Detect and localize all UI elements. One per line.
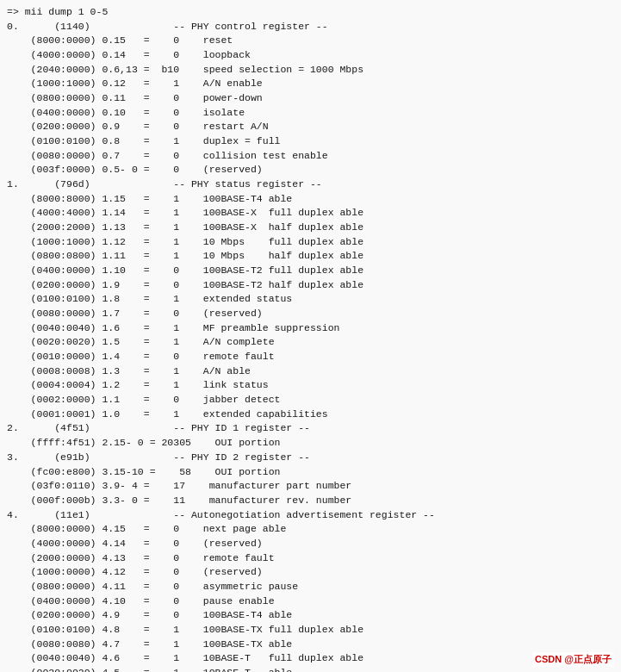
terminal-line: (0008:0008) 1.3 = 1 A/N able [7,364,614,379]
terminal-line: (0100:0100) 0.8 = 1 duplex = full [7,134,614,149]
terminal-line: (0800:0800) 1.11 = 1 10 Mbps half duplex… [7,249,614,264]
terminal-line: 1. (796d) -- PHY status register -- [7,177,614,192]
terminal-line: (0200:0000) 4.9 = 0 100BASE-T4 able [7,608,614,623]
terminal-line: (4000:0000) 0.14 = 0 loopback [7,48,614,63]
terminal-line: (2040:0000) 0.6,13 = b10 speed selection… [7,63,614,78]
terminal-line: (2000:0000) 4.13 = 0 remote fault [7,551,614,566]
terminal-line: (4000:4000) 1.14 = 1 100BASE-X full dupl… [7,206,614,221]
terminal-line: (0004:0004) 1.2 = 1 link status [7,378,614,393]
terminal-line: (fc00:e800) 3.15-10 = 58 OUI portion [7,465,614,480]
terminal-line: (0080:0000) 0.7 = 0 collision test enabl… [7,149,614,164]
terminal-line: (1000:1000) 0.12 = 1 A/N enable [7,77,614,91]
terminal-line: (1000:0000) 4.12 = 0 (reserved) [7,565,614,580]
terminal-line: (8000:8000) 1.15 = 1 100BASE-T4 able [7,192,614,207]
terminal-line: 2. (4f51) -- PHY ID 1 register -- [7,421,614,436]
terminal-line: (0080:0000) 1.7 = 0 (reserved) [7,307,614,321]
terminal-line: (0200:0000) 0.9 = 0 restart A/N [7,120,614,134]
terminal-line: 0. (1140) -- PHY control register -- [7,20,614,34]
terminal-line: (0020:0020) 4.5 = 1 10BASE-T able [7,666,614,672]
terminal-line: (0400:0000) 1.10 = 0 100BASE-T2 full dup… [7,264,614,278]
terminal-line: (0001:0001) 1.0 = 1 extended capabilitie… [7,408,614,422]
terminal-line: (0020:0020) 1.5 = 1 A/N complete [7,335,614,350]
terminal-line: (0800:0000) 4.11 = 0 asymmetric pause [7,580,614,594]
terminal-line: (0002:0000) 1.1 = 0 jabber detect [7,393,614,408]
terminal-line: (ffff:4f51) 2.15- 0 = 20305 OUI portion [7,436,614,451]
terminal-line: (2000:2000) 1.13 = 1 100BASE-X half dupl… [7,221,614,235]
terminal-line: (0400:0000) 4.10 = 0 pause enable [7,594,614,609]
terminal-line: (03f0:0110) 3.9- 4 = 17 manufacturer par… [7,479,614,494]
terminal-line: (1000:1000) 1.12 = 1 10 Mbps full duplex… [7,235,614,250]
terminal-line: (0100:0100) 4.8 = 1 100BASE-TX full dupl… [7,623,614,638]
terminal-line: (000f:000b) 3.3- 0 = 11 manufacturer rev… [7,494,614,508]
watermark: CSDN @正点原子 [532,652,614,667]
terminal-line: (0080:0080) 4.7 = 1 100BASE-TX able [7,638,614,652]
terminal-line: (0200:0000) 1.9 = 0 100BASE-T2 half dupl… [7,278,614,293]
terminal-line: (0040:0040) 4.6 = 1 10BASE-T full duplex… [7,651,614,666]
terminal-line: (0040:0040) 1.6 = 1 MF preamble suppress… [7,321,614,336]
terminal-line: (0010:0000) 1.4 = 0 remote fault [7,350,614,364]
terminal-line: 4. (11e1) -- Autonegotiation advertiseme… [7,508,614,523]
terminal-line: => mii dump 1 0-5 [7,5,614,20]
terminal-line: (0400:0000) 0.10 = 0 isolate [7,106,614,121]
terminal-line: (0100:0100) 1.8 = 1 extended status [7,292,614,307]
terminal-window: => mii dump 1 0-50. (1140) -- PHY contro… [0,0,621,672]
terminal-line: (003f:0000) 0.5- 0 = 0 (reserved) [7,163,614,177]
terminal-line: (4000:0000) 4.14 = 0 (reserved) [7,537,614,551]
terminal-line: (8000:0000) 4.15 = 0 next page able [7,522,614,537]
watermark-text: CSDN @正点原子 [535,654,612,664]
terminal-line: 3. (e91b) -- PHY ID 2 register -- [7,451,614,465]
terminal-line: (0800:0000) 0.11 = 0 power-down [7,91,614,106]
terminal-line: (8000:0000) 0.15 = 0 reset [7,34,614,48]
